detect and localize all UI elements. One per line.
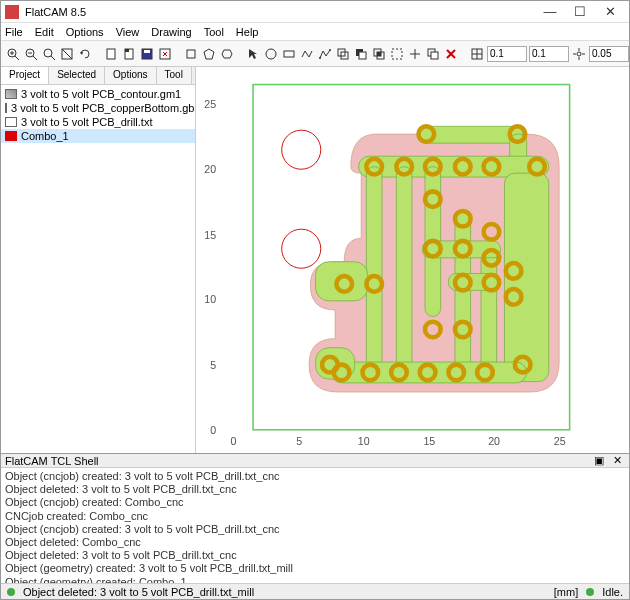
status-idle: Idle. — [602, 586, 623, 598]
pointer-icon[interactable] — [245, 45, 261, 63]
list-item[interactable]: 3 volt to 5 volt PCB_contour.gm1 — [1, 87, 195, 101]
svg-marker-22 — [222, 50, 232, 58]
copy-icon[interactable] — [425, 45, 441, 63]
svg-point-24 — [266, 49, 276, 59]
x-tick: 15 — [423, 435, 435, 447]
svg-rect-14 — [125, 49, 129, 52]
geometry-icon — [5, 131, 17, 141]
svg-rect-35 — [392, 49, 402, 59]
tab-selected[interactable]: Selected — [49, 67, 105, 84]
snap-icon[interactable] — [571, 45, 587, 63]
excellon-icon — [5, 117, 17, 127]
shell-line: Object deleted: 3 volt to 5 volt PCB_dri… — [5, 483, 625, 496]
svg-rect-25 — [284, 51, 294, 57]
minimize-button[interactable]: — — [535, 4, 565, 19]
svg-rect-57 — [396, 167, 412, 369]
x-tick: 25 — [554, 435, 566, 447]
open-icon[interactable] — [121, 45, 137, 63]
statusbar: Object deleted: 3 volt to 5 volt PCB_dri… — [1, 583, 629, 599]
close-button[interactable]: ✕ — [595, 4, 625, 19]
zoom-out-icon[interactable] — [23, 45, 39, 63]
grid-y-input[interactable] — [529, 46, 569, 62]
project-list[interactable]: 3 volt to 5 volt PCB_contour.gm1 3 volt … — [1, 85, 195, 453]
shell-body[interactable]: Object (cncjob) created: 3 volt to 5 vol… — [1, 468, 629, 583]
window-title: FlatCAM 8.5 — [25, 6, 535, 18]
zoom-in-icon[interactable] — [5, 45, 21, 63]
tab-options[interactable]: Options — [105, 67, 156, 84]
svg-rect-39 — [431, 52, 438, 59]
item-label: 3 volt to 5 volt PCB_drill.txt — [21, 116, 152, 128]
svg-line-8 — [51, 56, 55, 60]
status-units: [mm] — [554, 586, 578, 598]
y-tick: 10 — [204, 293, 216, 305]
svg-rect-63 — [316, 262, 368, 301]
shape-hex-icon[interactable] — [219, 45, 235, 63]
svg-marker-11 — [80, 52, 83, 55]
maximize-button[interactable]: ☐ — [565, 4, 595, 19]
delete-icon[interactable] — [157, 45, 173, 63]
menu-file[interactable]: File — [5, 26, 23, 38]
move-icon[interactable] — [407, 45, 423, 63]
new-icon[interactable] — [103, 45, 119, 63]
shell-line: Object (cncjob) created: 3 volt to 5 vol… — [5, 470, 625, 483]
svg-line-10 — [62, 49, 72, 59]
save-icon[interactable] — [139, 45, 155, 63]
list-item[interactable]: 3 volt to 5 volt PCB_drill.txt — [1, 115, 195, 129]
side-tabs: Project Selected Options Tool — [1, 67, 195, 85]
plot-canvas[interactable]: 0 5 10 15 20 25 0 5 10 15 20 25 — [196, 67, 629, 453]
subtract-icon[interactable] — [353, 45, 369, 63]
menu-view[interactable]: View — [116, 26, 140, 38]
path-icon[interactable] — [299, 45, 315, 63]
svg-point-45 — [577, 52, 581, 56]
y-tick: 15 — [204, 229, 216, 241]
zoom-fit-icon[interactable] — [41, 45, 57, 63]
y-tick: 0 — [210, 424, 216, 436]
shape-pgon-icon[interactable] — [201, 45, 217, 63]
circle-icon[interactable] — [263, 45, 279, 63]
menu-options[interactable]: Options — [66, 26, 104, 38]
grid-icon[interactable] — [469, 45, 485, 63]
menu-tool[interactable]: Tool — [204, 26, 224, 38]
tab-tool[interactable]: Tool — [157, 67, 192, 84]
svg-point-27 — [329, 49, 331, 51]
svg-point-26 — [319, 57, 321, 59]
gerber-icon — [5, 89, 17, 99]
y-tick: 5 — [210, 359, 216, 371]
menu-help[interactable]: Help — [236, 26, 259, 38]
svg-point-7 — [44, 49, 52, 57]
list-item[interactable]: 3 volt to 5 volt PCB_copperBottom.gbl — [1, 101, 195, 115]
polyline-icon[interactable] — [317, 45, 333, 63]
shell-controls[interactable]: ▣ ✕ — [594, 454, 625, 467]
x-tick: 5 — [296, 435, 302, 447]
intersect-icon[interactable] — [371, 45, 387, 63]
shape-sel-icon[interactable] — [183, 45, 199, 63]
snap-input[interactable] — [589, 46, 629, 62]
clear-plot-icon[interactable] — [59, 45, 75, 63]
y-tick: 25 — [204, 98, 216, 110]
rect-icon[interactable] — [281, 45, 297, 63]
item-label: Combo_1 — [21, 130, 69, 142]
svg-marker-21 — [204, 49, 214, 59]
svg-marker-23 — [249, 49, 257, 59]
tab-project[interactable]: Project — [1, 67, 49, 84]
menu-edit[interactable]: Edit — [35, 26, 54, 38]
shell-line: Object deleted: 3 volt to 5 volt PCB_dri… — [5, 549, 625, 562]
svg-rect-31 — [359, 52, 366, 59]
toolbar — [1, 41, 629, 67]
grid-x-input[interactable] — [487, 46, 527, 62]
x-tick: 20 — [488, 435, 500, 447]
list-item[interactable]: Combo_1 — [1, 129, 195, 143]
shell-line: Object (geometry) created: 3 volt to 5 v… — [5, 562, 625, 575]
shell-header[interactable]: FlatCAM TCL Shell ▣ ✕ — [1, 454, 629, 468]
status-dot-icon — [7, 588, 15, 596]
app-icon — [5, 5, 19, 19]
side-panel: Project Selected Options Tool 3 volt to … — [1, 67, 196, 453]
shell-line: Object (geometry) created: Combo_1 — [5, 576, 625, 584]
x-tick: 0 — [231, 435, 237, 447]
delete2-icon[interactable] — [443, 45, 459, 63]
cut-icon[interactable] — [389, 45, 405, 63]
union-icon[interactable] — [335, 45, 351, 63]
replot-icon[interactable] — [77, 45, 93, 63]
menu-drawing[interactable]: Drawing — [151, 26, 191, 38]
svg-rect-12 — [107, 49, 115, 59]
